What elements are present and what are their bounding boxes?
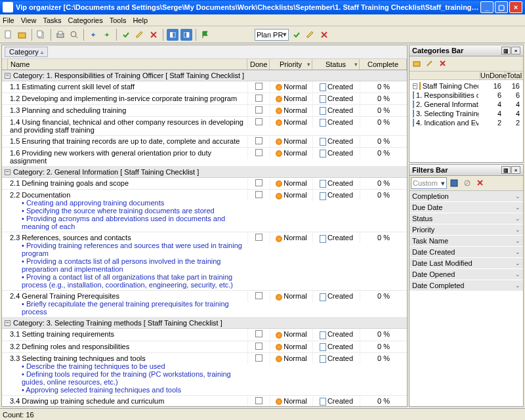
col-complete[interactable]: Complete bbox=[360, 59, 407, 70]
done-checkbox[interactable] bbox=[255, 179, 262, 186]
col-done[interactable]: Done bbox=[247, 59, 270, 70]
filter-row[interactable]: Task Name⌄ bbox=[410, 236, 523, 247]
tree-node[interactable]: 4. Indication and Evaluation22 bbox=[411, 118, 522, 127]
minimize-button[interactable]: _ bbox=[480, 1, 494, 13]
task-row[interactable]: 1.2 Developing and implementing in-servi… bbox=[2, 93, 407, 105]
filter2-icon[interactable]: ◨ bbox=[180, 29, 192, 41]
preview-icon[interactable] bbox=[68, 29, 80, 41]
done-checkbox[interactable] bbox=[255, 191, 262, 198]
redo-icon[interactable] bbox=[101, 29, 113, 41]
close-button[interactable]: × bbox=[509, 1, 522, 13]
filter-clear-icon[interactable] bbox=[461, 177, 473, 189]
chevron-down-icon[interactable]: ⌄ bbox=[515, 238, 520, 244]
filter-row[interactable]: Date Last Modified⌄ bbox=[410, 258, 523, 269]
done-checkbox[interactable] bbox=[255, 137, 262, 144]
done-checkbox[interactable] bbox=[255, 354, 262, 362]
filter-row[interactable]: Date Created⌄ bbox=[410, 247, 523, 258]
chevron-down-icon[interactable]: ⌄ bbox=[515, 271, 520, 278]
collapse-icon[interactable]: − bbox=[5, 73, 10, 79]
chevron-down-icon[interactable]: ⌄ bbox=[515, 226, 520, 233]
chevron-down-icon[interactable]: ⌄ bbox=[515, 249, 520, 255]
done-checkbox[interactable] bbox=[255, 234, 262, 241]
task-row[interactable]: 2.1 Defining training goals and scopeNor… bbox=[2, 178, 407, 190]
task-row[interactable]: 2.4 General Training PrerequisitesBriefl… bbox=[2, 291, 407, 318]
task-row[interactable]: 1.1 Estimating current skill level of st… bbox=[2, 81, 407, 93]
done-checkbox[interactable] bbox=[255, 397, 262, 404]
menu-help[interactable]: Help bbox=[133, 16, 148, 24]
done-checkbox[interactable] bbox=[255, 343, 262, 350]
filter-combo[interactable]: Custom▾ bbox=[411, 177, 447, 189]
tree-node[interactable]: −Staff Taining Checklist1616 bbox=[411, 81, 522, 91]
task-row[interactable]: 3.1 Setting training requirementsNormalC… bbox=[2, 329, 407, 341]
task-row[interactable]: 3.4 Drawing up training schedule and cur… bbox=[2, 396, 407, 406]
edit-icon[interactable] bbox=[134, 29, 146, 41]
chevron-down-icon[interactable]: ⌄ bbox=[515, 260, 520, 266]
category-row[interactable]: −Category: 2. General Information [ Staf… bbox=[2, 167, 407, 178]
done-checkbox[interactable] bbox=[255, 94, 262, 102]
col-status[interactable]: Status▾ bbox=[312, 59, 360, 70]
undo-icon[interactable] bbox=[87, 29, 99, 41]
chevron-down-icon[interactable]: ⌄ bbox=[515, 204, 520, 211]
collapse-icon[interactable]: − bbox=[5, 320, 10, 326]
done-checkbox[interactable] bbox=[255, 149, 262, 156]
delete-icon[interactable] bbox=[148, 29, 159, 41]
task-row[interactable]: 3.2 Defining roles and responsibilitiesN… bbox=[2, 341, 407, 353]
chevron-down-icon[interactable]: ⌄ bbox=[515, 282, 520, 289]
plan-check-icon[interactable] bbox=[291, 29, 303, 41]
panel-close-icon[interactable]: × bbox=[511, 166, 520, 174]
copy-icon[interactable] bbox=[35, 29, 47, 41]
chevron-down-icon[interactable]: ⌄ bbox=[515, 215, 520, 222]
tree-node[interactable]: 2. General Information44 bbox=[411, 100, 522, 109]
filter1-icon[interactable]: ◧ bbox=[167, 29, 178, 41]
tree-collapse-icon[interactable]: − bbox=[413, 83, 417, 89]
tree-node[interactable]: 1. Responsibilities of Training O66 bbox=[411, 91, 522, 100]
filter-del-icon[interactable] bbox=[474, 177, 486, 189]
done-checkbox[interactable] bbox=[255, 292, 262, 299]
done-checkbox[interactable] bbox=[255, 106, 262, 114]
task-row[interactable]: 2.3 References, sources and contactsProv… bbox=[2, 232, 407, 291]
maximize-button[interactable]: ▢ bbox=[495, 1, 508, 13]
plan-delete-icon[interactable] bbox=[318, 29, 330, 41]
category-row[interactable]: −Category: 3. Selecting Training methods… bbox=[2, 318, 407, 329]
filter-row[interactable]: Priority⌄ bbox=[410, 224, 523, 236]
task-row[interactable]: 3.3 Selecting training techniques and to… bbox=[2, 353, 407, 396]
filter-row[interactable]: Date Completed⌄ bbox=[410, 280, 523, 291]
menu-categories[interactable]: Categories bbox=[68, 16, 103, 24]
task-row[interactable]: 1.4 Using financial, technical and other… bbox=[2, 117, 407, 136]
category-row[interactable]: −Category: 1. Responsibilities of Traini… bbox=[2, 70, 407, 81]
filter-row[interactable]: Status⌄ bbox=[410, 213, 523, 224]
done-checkbox[interactable] bbox=[255, 118, 262, 125]
collapse-icon[interactable]: − bbox=[5, 169, 10, 175]
task-row[interactable]: 1.6 Providing new workers with general o… bbox=[2, 148, 407, 167]
group-tag[interactable]: Category ▵ bbox=[5, 47, 48, 57]
check-icon[interactable] bbox=[120, 29, 132, 41]
plan-edit-icon[interactable] bbox=[304, 29, 316, 41]
cat-del-icon[interactable] bbox=[437, 58, 449, 70]
filter-row[interactable]: Completion⌄ bbox=[410, 191, 523, 202]
filter-row[interactable]: Date Opened⌄ bbox=[410, 269, 523, 280]
task-row[interactable]: 1.3 Planning and scheduling trainingNorm… bbox=[2, 105, 407, 117]
task-row[interactable]: 1.5 Ensuring that training records are u… bbox=[2, 136, 407, 148]
menu-tools[interactable]: Tools bbox=[110, 16, 127, 24]
print-icon[interactable] bbox=[54, 29, 66, 41]
menu-file[interactable]: File bbox=[3, 16, 14, 24]
flag-icon[interactable] bbox=[200, 29, 211, 41]
filter-row[interactable]: Due Date⌄ bbox=[410, 202, 523, 213]
panel-splitmode-icon[interactable]: ▥ bbox=[501, 47, 511, 54]
menu-tasks[interactable]: Tasks bbox=[43, 16, 61, 24]
col-priority[interactable]: Priority▾ bbox=[270, 59, 312, 70]
new-icon[interactable] bbox=[3, 29, 14, 41]
task-row[interactable]: 2.2 DocumentationCreating and approving … bbox=[2, 190, 407, 232]
col-name[interactable]: Name bbox=[8, 59, 247, 70]
cat-edit-icon[interactable] bbox=[424, 58, 436, 70]
plan-combo[interactable]: Plan PR▾ bbox=[255, 29, 289, 41]
chevron-down-icon[interactable]: ⌄ bbox=[515, 193, 520, 200]
panel-splitmode-icon[interactable]: ▥ bbox=[501, 166, 511, 174]
open-icon[interactable] bbox=[16, 29, 28, 41]
panel-close-icon[interactable]: × bbox=[511, 47, 520, 54]
tree-node[interactable]: 3. Selecting Training methods44 bbox=[411, 109, 522, 118]
done-checkbox[interactable] bbox=[255, 83, 262, 90]
done-checkbox[interactable] bbox=[255, 330, 262, 337]
cat-add-icon[interactable] bbox=[411, 58, 423, 70]
menu-view[interactable]: View bbox=[21, 16, 37, 24]
